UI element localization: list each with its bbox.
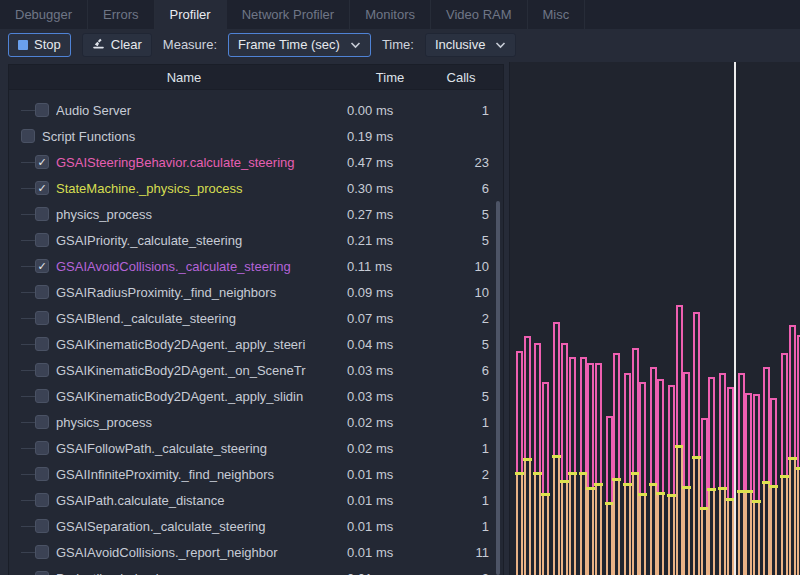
function-table: Name Time Calls Audio Server0.00 ms1Scri… (8, 64, 504, 575)
frame-cursor[interactable] (734, 62, 736, 575)
row-checkbox[interactable] (35, 311, 49, 325)
table-row[interactable]: GSAIInfiniteProximity._find_neighbors0.0… (9, 461, 503, 487)
tree-line (21, 448, 35, 449)
table-row[interactable]: ✓GSAIAvoidCollisions._calculate_steering… (9, 253, 503, 279)
row-checkbox[interactable] (35, 571, 49, 575)
frame-bar-top (693, 312, 700, 456)
row-time: 0.09 ms (347, 285, 433, 300)
tab-network-profiler[interactable]: Network Profiler (227, 0, 350, 29)
tab-monitors[interactable]: Monitors (350, 0, 431, 29)
row-checkbox[interactable] (35, 519, 49, 533)
clear-button-label: Clear (111, 37, 142, 52)
row-checkbox[interactable] (35, 545, 49, 559)
table-row[interactable]: ✓StateMachine._physics_process0.30 ms6 (9, 175, 503, 201)
table-row[interactable]: GSAIKinematicBody2DAgent._apply_steeri0.… (9, 331, 503, 357)
frame-bar-top (561, 343, 568, 480)
row-checkbox[interactable]: ✓ (35, 181, 49, 195)
table-row[interactable]: Script Functions0.19 ms (9, 123, 503, 149)
column-header-time[interactable]: Time (347, 70, 433, 85)
frame-bar-top (668, 385, 675, 494)
frame-bar-top (708, 377, 715, 488)
row-name: GSAISeparation._calculate_steering (56, 519, 347, 534)
table-row[interactable]: GSAIFollowPath._calculate_steering0.02 m… (9, 435, 503, 461)
table-row[interactable]: Audio Server0.00 ms1 (9, 97, 503, 123)
table-row[interactable]: GSAISeparation._calculate_steering0.01 m… (9, 513, 503, 539)
row-time: 0.01 ms (347, 467, 433, 482)
tab-video-ram[interactable]: Video RAM (431, 0, 528, 29)
row-checkbox[interactable]: ✓ (35, 259, 49, 273)
row-checkbox[interactable] (35, 103, 49, 117)
tab-errors[interactable]: Errors (88, 0, 154, 29)
row-name: GSAIPriority._calculate_steering (56, 233, 347, 248)
row-name: StateMachine._physics_process (56, 181, 347, 196)
frame-bar-base (770, 488, 777, 575)
tree-line (21, 396, 35, 397)
tab-debugger[interactable]: Debugger (0, 0, 88, 29)
tree-line (21, 240, 35, 241)
stop-icon (18, 40, 28, 50)
frame-bar-base (639, 496, 646, 575)
row-checkbox[interactable] (21, 129, 35, 143)
measure-dropdown[interactable]: Frame Time (sec) (228, 33, 371, 57)
time-dropdown[interactable]: Inclusive (425, 33, 517, 57)
frame-bar-base (553, 458, 560, 575)
tab-misc[interactable]: Misc (528, 0, 586, 29)
frame-bar-top (595, 363, 602, 483)
row-calls: 1 (433, 519, 489, 534)
clear-button[interactable]: Clear (82, 33, 152, 57)
table-row[interactable]: Projectile._behavior0.01 ms2 (9, 565, 503, 575)
profiler-graph[interactable] (509, 62, 800, 575)
column-header-calls[interactable]: Calls (433, 70, 489, 85)
frame-bar-top (738, 373, 745, 490)
row-calls: 5 (433, 207, 489, 222)
frame-bar-base (719, 490, 726, 575)
frame-bar-top (587, 363, 594, 487)
frame-bar-base (789, 460, 796, 575)
measure-label: Measure: (163, 37, 217, 52)
tab-profiler[interactable]: Profiler (155, 0, 227, 29)
stop-button[interactable]: Stop (8, 33, 71, 57)
row-calls: 2 (433, 467, 489, 482)
frame-bar-top (719, 373, 726, 487)
row-calls: 2 (433, 311, 489, 326)
row-checkbox[interactable] (35, 233, 49, 247)
row-checkbox[interactable] (35, 337, 49, 351)
row-checkbox[interactable] (35, 493, 49, 507)
frame-bar-top (613, 353, 620, 478)
row-checkbox[interactable] (35, 207, 49, 221)
row-checkbox[interactable] (35, 441, 49, 455)
row-checkbox[interactable] (35, 467, 49, 481)
row-checkbox[interactable] (35, 415, 49, 429)
table-row[interactable]: GSAIAvoidCollisions._report_neighbor0.01… (9, 539, 503, 565)
frame-bar-base (534, 475, 541, 575)
row-checkbox[interactable] (35, 389, 49, 403)
frame-bar-top (781, 353, 788, 475)
row-name: physics_process (56, 207, 347, 222)
frame-bar-base (781, 478, 788, 575)
table-row[interactable]: physics_process0.02 ms1 (9, 409, 503, 435)
row-time: 0.47 ms (347, 155, 433, 170)
table-row[interactable]: ✓GSAISteeringBehavior.calculate_steering… (9, 149, 503, 175)
frame-bar-base (753, 503, 760, 575)
row-time: 0.27 ms (347, 207, 433, 222)
row-checkbox[interactable]: ✓ (35, 155, 49, 169)
frame-bar-base (650, 486, 657, 575)
frame-bar-top (624, 373, 631, 483)
row-name: Script Functions (42, 129, 347, 144)
table-row[interactable]: GSAIBlend._calculate_steering0.07 ms2 (9, 305, 503, 331)
row-checkbox[interactable] (35, 285, 49, 299)
frame-bar-top (745, 393, 752, 490)
table-row[interactable]: GSAIKinematicBody2DAgent._on_SceneTr0.03… (9, 357, 503, 383)
table-row[interactable]: GSAIKinematicBody2DAgent._apply_slidin0.… (9, 383, 503, 409)
row-checkbox[interactable] (35, 363, 49, 377)
tree-line (21, 370, 35, 371)
stop-button-label: Stop (34, 37, 61, 52)
row-calls: 10 (433, 259, 489, 274)
table-row[interactable]: GSAIRadiusProximity._find_neighbors0.09 … (9, 279, 503, 305)
table-row[interactable]: GSAIPath.calculate_distance0.01 ms1 (9, 487, 503, 513)
table-scrollbar[interactable] (496, 201, 500, 575)
table-row[interactable]: physics_process0.27 ms5 (9, 201, 503, 227)
column-header-name[interactable]: Name (21, 70, 347, 85)
table-row[interactable]: GSAIPriority._calculate_steering0.21 ms5 (9, 227, 503, 253)
row-calls: 1 (433, 103, 489, 118)
